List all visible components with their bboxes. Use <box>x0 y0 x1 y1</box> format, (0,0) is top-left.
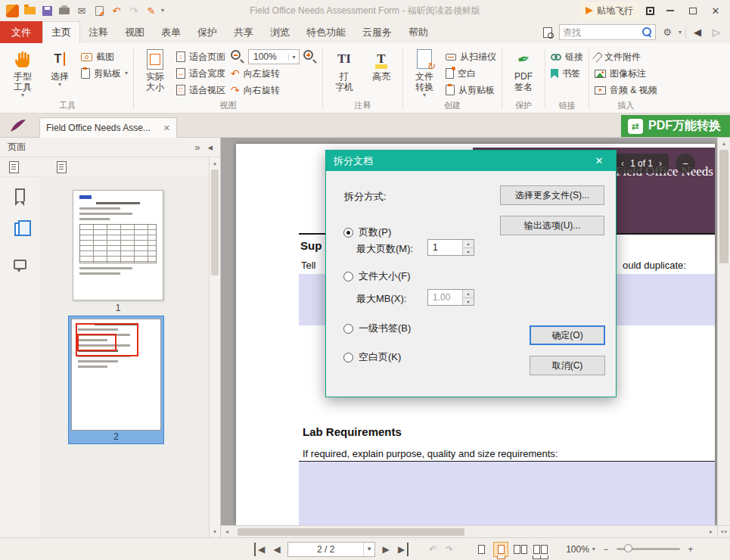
search-input[interactable] <box>563 27 642 38</box>
scroll-corner-buttons[interactable]: ▾▾ <box>717 525 730 537</box>
bookmark-button[interactable]: 书签 <box>549 66 585 81</box>
gear-icon[interactable]: ⚙ <box>660 25 675 40</box>
max-pages-value[interactable]: 1 <box>428 240 462 255</box>
continuous-view-button[interactable] <box>493 542 508 557</box>
scroll-down-icon[interactable]: ▾ <box>210 528 220 535</box>
collapse-panel-icon[interactable]: ◂ <box>207 142 213 152</box>
typewriter-button[interactable]: TI 打字机 <box>327 47 362 93</box>
image-annotation-button[interactable]: 图像标注 <box>593 66 659 81</box>
scroll-right-icon[interactable]: ▸ <box>705 528 717 535</box>
pdf-convert-button[interactable]: ⇄ PDF万能转换 <box>621 115 730 137</box>
bookmarks-panel-icon[interactable] <box>11 185 29 204</box>
scroll-up-icon[interactable]: ▴ <box>210 160 220 166</box>
from-clipboard-button[interactable]: 从剪贴板 <box>444 82 498 98</box>
collapse-ribbon-icon[interactable]: ◀ <box>690 25 705 40</box>
chevron-down-icon[interactable]: ▼ <box>363 543 374 556</box>
expand-panel-icon[interactable]: » <box>194 142 200 152</box>
spin-down-icon[interactable]: ▾ <box>463 247 474 256</box>
close-tab-icon[interactable]: ✕ <box>163 123 170 133</box>
scroll-up-icon[interactable]: ▴ <box>718 140 730 147</box>
snapshot-button[interactable]: 截图 <box>79 49 129 64</box>
tab-comment[interactable]: 注释 <box>80 21 116 43</box>
comments-panel-icon[interactable] <box>11 255 29 273</box>
radio-blank-page[interactable]: 空白页(K) <box>343 350 401 364</box>
sidebar-scrollbar[interactable]: ▴ ▾ <box>209 157 220 537</box>
plugin-button[interactable]: 贴地飞行 <box>579 2 639 20</box>
fit-width-button[interactable]: ↔ 适合宽度 <box>175 66 227 81</box>
tab-form[interactable]: 表单 <box>153 21 189 43</box>
previous-page-button[interactable]: ◀ <box>271 543 283 556</box>
single-page-view-button[interactable] <box>474 542 489 557</box>
zoom-level-select[interactable]: 100% ▾ <box>248 49 300 64</box>
tab-home[interactable]: 主页 <box>42 21 80 43</box>
play-icon[interactable]: ▷ <box>709 25 724 40</box>
rotate-right-button[interactable]: ↷ 向右旋转 <box>229 82 318 98</box>
minimize-button[interactable] <box>660 2 680 19</box>
radio-top-bookmark[interactable]: 一级书签(B) <box>343 322 411 335</box>
zoom-out-icon[interactable] <box>231 50 244 64</box>
first-page-button[interactable]: ◀ <box>254 543 266 556</box>
pencil-tool-icon[interactable]: ✎ <box>144 3 159 18</box>
page-thumbnail-1[interactable] <box>73 190 163 300</box>
hand-tool-button[interactable]: 手型工具 ▾ <box>5 47 40 99</box>
close-button[interactable]: ✕ <box>706 2 725 19</box>
zoom-in-icon[interactable] <box>303 50 317 64</box>
save-icon[interactable] <box>39 3 54 18</box>
zoom-in-button[interactable]: + <box>685 543 697 556</box>
facing-view-button[interactable] <box>513 542 528 557</box>
clipboard-edit-icon[interactable] <box>92 3 107 18</box>
tab-protect[interactable]: 保护 <box>189 21 225 43</box>
tab-share[interactable]: 共享 <box>225 21 262 43</box>
file-convert-button[interactable]: ↻ 文件转换 ▾ <box>407 47 442 99</box>
highlight-button[interactable]: T 高亮 <box>364 47 399 82</box>
audio-video-button[interactable]: ▸ 音频 & 视频 <box>593 82 659 98</box>
continuous-facing-view-button[interactable] <box>533 542 548 557</box>
email-icon[interactable]: ✉ <box>74 3 89 18</box>
cancel-button[interactable]: 取消(C) <box>530 356 605 375</box>
radio-pages[interactable]: 页数(P) <box>343 226 391 239</box>
from-scanner-button[interactable]: 从扫描仪 <box>444 49 498 64</box>
collapse-nav-popup-button[interactable]: − <box>676 154 695 173</box>
last-page-button[interactable]: ▶ <box>396 543 408 556</box>
fit-page-button[interactable]: ↕ 适合页面 <box>175 49 227 64</box>
select-more-files-button[interactable]: 选择更多文件(S)... <box>500 185 604 205</box>
next-page-icon[interactable]: › <box>659 158 662 169</box>
prev-page-icon[interactable]: ‹ <box>621 158 624 169</box>
undo-icon[interactable]: ↶ <box>109 3 124 18</box>
document-horizontal-scrollbar[interactable]: ◂ ▸ <box>221 525 717 537</box>
find-page-icon[interactable] <box>540 25 555 40</box>
tab-cloud[interactable]: 云服务 <box>354 21 400 43</box>
link-button[interactable]: 链接 <box>549 49 585 64</box>
open-file-icon[interactable] <box>22 3 37 18</box>
next-page-button[interactable]: ▶ <box>380 543 392 556</box>
clipboard-button[interactable]: 剪贴板 ▾ <box>79 66 129 81</box>
scroll-left-icon[interactable]: ◂ <box>221 528 233 535</box>
tab-view[interactable]: 视图 <box>116 21 153 43</box>
zoom-out-button[interactable]: − <box>600 543 612 556</box>
screen-grid-icon[interactable] <box>642 3 657 18</box>
radio-file-size[interactable]: 文件大小(F) <box>343 269 411 283</box>
scrollbar-thumb[interactable] <box>211 170 219 275</box>
zoom-level-combo[interactable]: 100% ▾ <box>566 544 595 555</box>
quill-icon[interactable] <box>9 118 27 135</box>
pdf-sign-button[interactable]: ✒ PDF签名 <box>506 47 541 93</box>
page-options-icon[interactable] <box>9 161 19 173</box>
max-pages-spinner[interactable]: 1 ▴ ▾ <box>427 239 474 256</box>
tab-file[interactable]: 文件 <box>0 21 42 43</box>
page-number-combo[interactable]: 2 / 2 ▼ <box>287 542 375 557</box>
pages-panel-icon[interactable] <box>11 220 29 238</box>
tab-features[interactable]: 特色功能 <box>298 21 354 43</box>
rotate-left-button[interactable]: ↶ 向左旋转 <box>229 66 318 81</box>
dialog-close-icon[interactable]: ✕ <box>590 155 608 166</box>
output-options-button[interactable]: 输出选项(U)... <box>500 216 604 235</box>
actual-size-button[interactable]: 实际大小 <box>138 47 172 93</box>
print-icon[interactable] <box>57 3 72 18</box>
dialog-titlebar[interactable]: 拆分文档 ✕ <box>326 151 616 171</box>
chevron-down-icon[interactable]: ▾ <box>161 8 164 14</box>
zoom-slider[interactable] <box>617 548 680 550</box>
maximize-button[interactable] <box>683 2 703 19</box>
page-thumbnail-2-selected[interactable]: 2 <box>68 316 164 444</box>
chevron-down-icon[interactable]: ▾ <box>679 30 682 36</box>
document-vertical-scrollbar[interactable]: ▴ <box>717 138 730 525</box>
select-tool-button[interactable]: T 选择 ▾ <box>42 47 77 89</box>
